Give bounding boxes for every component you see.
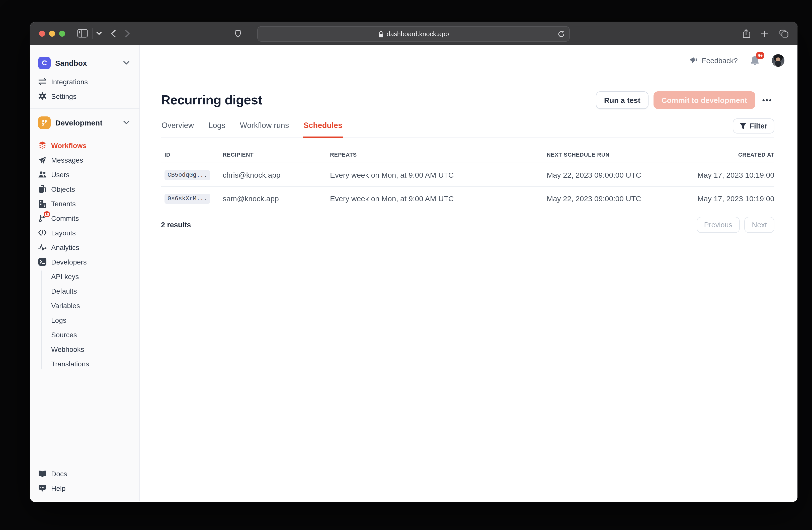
sidebar: C Sandbox Integrations Setti <box>30 45 140 501</box>
previous-page-button[interactable]: Previous <box>697 217 740 233</box>
sidebar-item-analytics[interactable]: Analytics <box>30 240 140 254</box>
sidebar-toggle-icon[interactable] <box>77 29 88 38</box>
notification-count-badge: 9+ <box>756 52 764 59</box>
run-a-test-button[interactable]: Run a test <box>596 91 649 109</box>
commit-to-development-button[interactable]: Commit to development <box>653 91 755 109</box>
sidebar-item-settings[interactable]: Settings <box>30 89 140 103</box>
filter-funnel-icon <box>740 123 746 129</box>
sub-item-label: Defaults <box>51 287 77 295</box>
sidebar-divider <box>30 108 140 109</box>
sidebar-item-variables[interactable]: Variables <box>30 298 140 313</box>
sidebar-item-label: Help <box>51 484 66 492</box>
chevron-down-icon <box>124 61 129 65</box>
schedules-page: Recurring digest Run a test Commit to de… <box>140 76 797 233</box>
feedback-button[interactable]: Feedback? <box>690 56 738 65</box>
recipient-cell: sam@knock.app <box>223 194 330 203</box>
close-window-button[interactable] <box>39 30 45 37</box>
column-header-created-at: CREATED AT <box>674 152 774 157</box>
sidebar-item-developers[interactable]: Developers <box>30 254 140 269</box>
browser-window: dashboard.knock.app <box>30 22 797 502</box>
user-avatar[interactable] <box>772 54 784 67</box>
sidebar-item-label: Developers <box>51 258 87 266</box>
traffic-lights <box>30 30 65 37</box>
filter-label: Filter <box>750 122 767 130</box>
commits-count-badge: 10 <box>43 211 50 218</box>
sidebar-item-defaults[interactable]: Defaults <box>30 283 140 298</box>
repeats-cell: Every week on Mon, at 9:00 AM UTC <box>330 194 547 203</box>
tab-overview-icon[interactable] <box>779 30 788 38</box>
environment-switcher[interactable]: C Sandbox <box>30 54 140 71</box>
sub-item-label: API keys <box>51 272 79 280</box>
section-development[interactable]: Development <box>30 114 140 131</box>
workflows-icon <box>38 141 47 150</box>
sidebar-item-label: Docs <box>51 470 67 477</box>
sidebar-item-api-keys[interactable]: API keys <box>30 269 140 283</box>
sub-item-label: Translations <box>51 360 89 368</box>
tab-workflow-runs[interactable]: Workflow runs <box>239 116 289 138</box>
tab-overview[interactable]: Overview <box>161 116 194 138</box>
sidebar-item-docs[interactable]: Docs <box>30 466 140 481</box>
sidebar-item-label: Workflows <box>51 141 87 149</box>
sidebar-item-label: Layouts <box>51 228 76 237</box>
sub-item-label: Sources <box>51 331 77 338</box>
sidebar-item-webhooks[interactable]: Webhooks <box>30 342 140 356</box>
share-icon[interactable] <box>742 29 750 38</box>
analytics-pulse-icon <box>38 243 47 251</box>
schedule-id-chip[interactable]: 0s6skXrM... <box>164 194 210 204</box>
more-options-button[interactable]: ••• <box>760 93 774 108</box>
filter-button[interactable]: Filter <box>733 118 774 134</box>
notifications-button[interactable]: 9+ <box>750 55 760 66</box>
sidebar-item-sources[interactable]: Sources <box>30 327 140 342</box>
created-at-cell: May 17, 2023 10:19:00 <box>674 194 774 203</box>
schedule-id-chip[interactable]: CB5odqGg... <box>164 170 210 180</box>
sidebar-item-integrations[interactable]: Integrations <box>30 74 140 89</box>
sidebar-item-commits[interactable]: 10 Commits <box>30 211 140 225</box>
url-text: dashboard.knock.app <box>387 30 449 38</box>
privacy-shield-icon[interactable] <box>235 29 241 37</box>
sidebar-item-messages[interactable]: Messages <box>30 153 140 167</box>
reload-icon[interactable] <box>558 30 565 38</box>
settings-gear-icon <box>38 92 47 100</box>
table-row[interactable]: CB5odqGg... chris@knock.app Every week o… <box>161 163 774 187</box>
table-header-row: ID RECIPIENT REPEATS NEXT SCHEDULE RUN C… <box>161 138 774 163</box>
sidebar-item-help[interactable]: Help <box>30 481 140 496</box>
results-count: 2 results <box>161 221 191 229</box>
column-header-repeats: REPEATS <box>330 152 547 157</box>
chevron-down-icon <box>124 121 129 124</box>
feedback-label: Feedback? <box>702 56 738 65</box>
sidebar-item-label: Integrations <box>51 78 88 86</box>
sidebar-item-layouts[interactable]: Layouts <box>30 225 140 240</box>
megaphone-icon <box>690 57 698 64</box>
new-tab-plus-icon[interactable] <box>761 30 768 37</box>
page-title: Recurring digest <box>161 92 262 108</box>
sidebar-item-label: Settings <box>51 92 76 100</box>
sidebar-item-users[interactable]: Users <box>30 167 140 182</box>
tab-schedules[interactable]: Schedules <box>303 116 343 138</box>
back-button-icon[interactable] <box>111 29 116 37</box>
browser-toolbar: dashboard.knock.app <box>30 22 797 45</box>
org-logo: C <box>38 56 50 69</box>
lock-icon <box>378 30 384 37</box>
column-header-next-schedule-run: NEXT SCHEDULE RUN <box>547 152 674 157</box>
sidebar-item-translations[interactable]: Translations <box>30 356 140 371</box>
table-row[interactable]: 0s6skXrM... sam@knock.app Every week on … <box>161 187 774 210</box>
environment-name: Sandbox <box>55 58 124 67</box>
forward-button-icon[interactable] <box>125 29 130 37</box>
tab-logs[interactable]: Logs <box>208 116 226 138</box>
schedules-table: ID RECIPIENT REPEATS NEXT SCHEDULE RUN C… <box>161 138 774 233</box>
developers-terminal-icon <box>38 257 47 266</box>
sidebar-item-objects[interactable]: Objects <box>30 182 140 196</box>
help-chat-icon <box>38 484 47 492</box>
minimize-window-button[interactable] <box>49 30 55 37</box>
sub-item-label: Logs <box>51 316 67 324</box>
created-at-cell: May 17, 2023 10:19:00 <box>674 170 774 179</box>
address-bar[interactable]: dashboard.knock.app <box>257 26 570 42</box>
integrations-icon <box>38 77 47 86</box>
sidebar-item-tenants[interactable]: Tenants <box>30 196 140 211</box>
zoom-window-button[interactable] <box>59 30 65 37</box>
next-page-button[interactable]: Next <box>744 217 774 233</box>
sidebar-item-workflows[interactable]: Workflows <box>30 138 140 153</box>
sidebar-chevron-down-icon[interactable] <box>96 32 102 35</box>
toolbar-separator <box>92 28 93 39</box>
sidebar-item-logs[interactable]: Logs <box>30 313 140 327</box>
